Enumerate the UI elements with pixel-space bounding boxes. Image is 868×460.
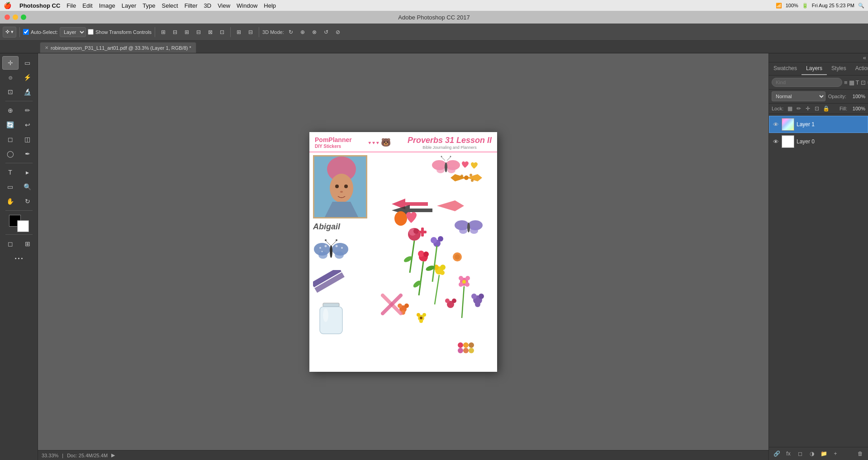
screen-mode-button[interactable]: ⊞ — [19, 237, 36, 251]
align-center-h-button[interactable]: ⊟ — [170, 27, 180, 37]
show-transform-checkbox[interactable]: Show Transform Controls — [88, 29, 152, 35]
align-middle-button[interactable]: ⊠ — [205, 27, 215, 37]
gradient-tool[interactable]: ◫ — [19, 133, 36, 146]
svg-point-68 — [465, 276, 470, 280]
blend-mode-select[interactable]: Normal — [772, 91, 825, 101]
menu-filter[interactable]: Filter — [185, 2, 198, 9]
tab-close-icon[interactable]: ✕ — [45, 45, 48, 50]
lock-all-icon[interactable]: 🔒 — [822, 105, 830, 112]
search-icon[interactable]: 🔍 — [858, 3, 864, 9]
svg-point-101 — [458, 348, 463, 353]
create-layer-button[interactable]: + — [830, 450, 840, 458]
svg-point-48 — [438, 236, 443, 242]
brush-tool[interactable]: ✏ — [19, 104, 36, 117]
pen-tool[interactable]: ✒ — [19, 147, 36, 161]
apple-logo-icon[interactable]: 🍎 — [4, 2, 11, 9]
lock-position-icon[interactable]: ✛ — [804, 105, 811, 112]
menu-layer[interactable]: Layer — [122, 2, 137, 9]
maximize-button[interactable] — [21, 14, 26, 20]
eraser-tool[interactable]: ◻ — [2, 133, 19, 146]
menu-image[interactable]: Image — [99, 2, 115, 9]
align-top-button[interactable]: ⊟ — [194, 27, 204, 37]
svg-rect-23 — [323, 303, 339, 307]
create-fill-button[interactable]: ◑ — [807, 450, 817, 458]
tab-styles[interactable]: Styles — [827, 62, 851, 75]
text-tool[interactable]: T — [2, 166, 19, 179]
status-arrow[interactable]: ▶ — [111, 452, 115, 458]
menu-type[interactable]: Type — [142, 2, 155, 9]
more-tools-button[interactable]: • • • — [3, 251, 35, 265]
menu-file[interactable]: File — [66, 2, 76, 9]
shape-tool[interactable]: ▭ — [2, 180, 19, 194]
menu-select[interactable]: Select — [161, 2, 178, 9]
align-left-button[interactable]: ⊞ — [158, 27, 168, 37]
add-mask-button[interactable]: ◻ — [795, 450, 805, 458]
layer0-visibility-icon[interactable]: 👁 — [772, 138, 779, 145]
history-brush-tool[interactable]: ↩ — [19, 118, 36, 132]
distribute-v-button[interactable]: ⊟ — [246, 27, 256, 37]
auto-select-checkbox[interactable]: Auto-Select: — [23, 29, 58, 35]
menu-help[interactable]: Help — [264, 2, 276, 9]
lock-artboard-icon[interactable]: ⊡ — [813, 105, 821, 112]
path-selection-tool[interactable]: ▸ — [19, 166, 36, 179]
document-tab[interactable]: ✕ robinsampson_P31_L11_art01.pdf @ 33.3%… — [40, 42, 196, 53]
filter-shape-icon[interactable]: ⊡ — [861, 79, 866, 86]
tab-layers[interactable]: Layers — [802, 62, 827, 75]
align-right-button[interactable]: ⊞ — [182, 27, 192, 37]
dodge-tool[interactable]: ◯ — [2, 147, 19, 161]
zoom-tool[interactable]: 🔍 — [19, 180, 36, 194]
magic-wand-tool[interactable]: ⚡ — [19, 71, 36, 84]
lock-pixels-icon[interactable]: ▦ — [786, 105, 793, 112]
tab-swatches[interactable]: Swatches — [769, 62, 802, 75]
delete-layer-button[interactable]: 🗑 — [855, 450, 865, 458]
align-bottom-button[interactable]: ⊡ — [217, 27, 227, 37]
menu-view[interactable]: View — [218, 2, 230, 9]
3d-roll-button[interactable]: ↺ — [321, 27, 331, 37]
layer1-visibility-icon[interactable]: 👁 — [772, 121, 779, 128]
menu-window[interactable]: Window — [237, 2, 257, 9]
link-layers-button[interactable]: 🔗 — [772, 450, 782, 458]
move-tool[interactable]: ✛ — [2, 56, 19, 70]
filter-text-icon[interactable]: T — [856, 79, 859, 86]
menu-edit[interactable]: Edit — [82, 2, 92, 9]
lasso-tool[interactable]: ⌾ — [2, 71, 19, 84]
wifi-icon: 📶 — [776, 3, 782, 9]
layer-item-layer1[interactable]: 👁 Layer 1 — [769, 116, 868, 133]
background-color[interactable] — [17, 220, 29, 232]
fill-value[interactable]: 100% — [849, 106, 865, 111]
selection-tool[interactable]: ▭ — [19, 56, 36, 70]
3d-zoom-button[interactable]: ⊗ — [309, 27, 319, 37]
menu-photoshop[interactable]: Photoshop CC — [19, 2, 60, 9]
crop-tool[interactable]: ⊡ — [2, 85, 19, 99]
3d-slide-button[interactable]: ⊘ — [333, 27, 343, 37]
3d-pan-button[interactable]: ⊕ — [298, 27, 308, 37]
minimize-button[interactable] — [13, 14, 18, 20]
close-button[interactable] — [5, 14, 10, 20]
canvas-area: PomPlanner DIY Stickers ♥ ♥ ♥ 🐻 Proverbs… — [38, 53, 768, 460]
canvas-container[interactable]: PomPlanner DIY Stickers ♥ ♥ ♥ 🐻 Proverbs… — [38, 53, 768, 450]
rotate-view-tool[interactable]: ↻ — [19, 194, 36, 208]
layer-item-layer0[interactable]: 👁 Layer 0 — [769, 133, 868, 150]
move-tool-button[interactable]: ✜ ▾ — [3, 27, 16, 38]
filter-type-icon[interactable]: ≡ — [844, 79, 848, 86]
eyedropper-tool[interactable]: 🔬 — [19, 85, 36, 99]
add-style-button[interactable]: fx — [783, 450, 793, 458]
hand-tool[interactable]: ✋ — [2, 194, 19, 208]
3d-rotate-button[interactable]: ↻ — [286, 27, 296, 37]
panel-collapse-button[interactable]: « — [863, 54, 866, 61]
svg-point-81 — [398, 304, 402, 308]
lock-image-icon[interactable]: ✏ — [795, 105, 802, 112]
auto-select-dropdown[interactable]: Layer — [60, 27, 86, 37]
create-group-button[interactable]: 📁 — [819, 450, 829, 458]
opacity-value[interactable]: 100% — [849, 94, 865, 99]
menu-3d[interactable]: 3D — [204, 2, 212, 9]
quick-mask-button[interactable]: ◻ — [2, 237, 19, 251]
clone-stamp-tool[interactable]: 🔄 — [2, 118, 19, 132]
healing-brush-tool[interactable]: ⊕ — [2, 104, 19, 117]
svg-point-4 — [344, 185, 348, 188]
hearts-decoration: ♥ ♥ ♥ — [369, 140, 379, 145]
tab-actions[interactable]: Actions — [851, 62, 868, 75]
layers-search-input[interactable] — [772, 78, 842, 87]
distribute-h-button[interactable]: ⊞ — [234, 27, 244, 37]
filter-pixel-icon[interactable]: ▦ — [849, 79, 854, 86]
